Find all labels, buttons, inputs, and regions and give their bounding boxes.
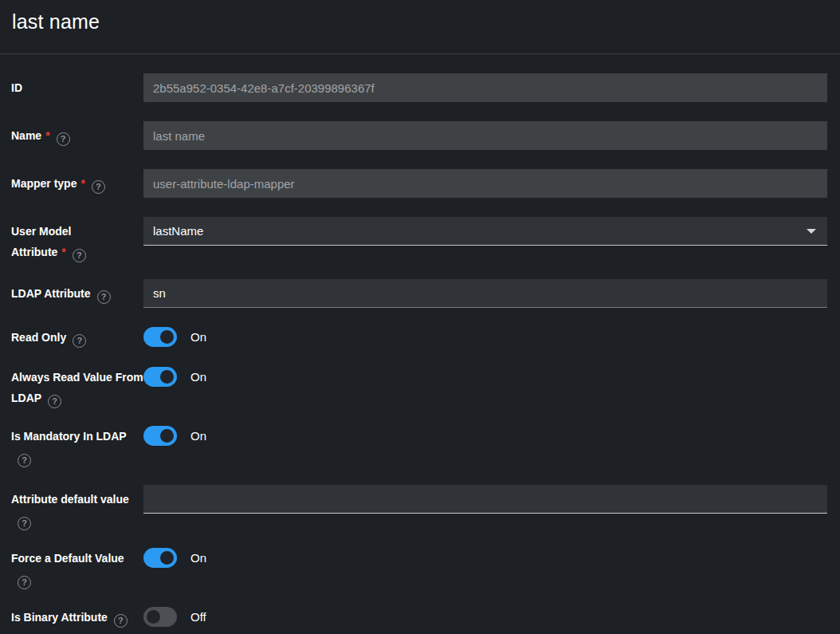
required-indicator: * (80, 177, 84, 190)
field-label: LDAP Attribute (11, 287, 91, 300)
field-label-group: Always Read Value From LDAP? (11, 367, 143, 408)
field-label-group: Force a Default Value? (11, 548, 143, 589)
field-label: ID (11, 81, 22, 94)
switch-state-label: On (190, 548, 206, 568)
page-header: last name (0, 0, 840, 54)
field-label: Force a Default Value (11, 552, 124, 565)
field-label: Attribute default value (11, 493, 129, 506)
field-row-is-binary-attribute: Is Binary Attribute? Off (11, 607, 827, 628)
switch-knob (160, 551, 174, 565)
field-label: Mapper type (11, 177, 77, 190)
caret-down-icon (807, 229, 816, 234)
field-label-group: User Model Attribute*? (11, 217, 143, 262)
field-label: Read Only (11, 331, 66, 344)
field-label-group: Is Binary Attribute? (11, 607, 143, 628)
help-icon[interactable]: ? (97, 290, 111, 304)
force-a-default-value-switch[interactable] (143, 548, 177, 568)
field-row-always-read-value-from-ldap: Always Read Value From LDAP? On (11, 367, 827, 408)
field-label: Is Binary Attribute (11, 611, 108, 624)
is-binary-attribute-switch[interactable] (143, 607, 177, 627)
field-label-group: LDAP Attribute? (11, 279, 143, 304)
help-icon[interactable]: ? (18, 454, 31, 467)
name-input (143, 121, 827, 150)
switch-state-label: On (190, 367, 206, 387)
switch-state-label: On (190, 327, 206, 347)
help-icon[interactable]: ? (48, 395, 61, 408)
field-label-group: Is Mandatory In LDAP? (11, 426, 143, 467)
field-label: Always Read Value From LDAP (11, 371, 143, 404)
user-model-attribute-select[interactable]: lastName (143, 217, 827, 246)
required-indicator: * (61, 246, 65, 258)
help-icon[interactable]: ? (73, 334, 86, 348)
help-icon[interactable]: ? (57, 132, 70, 146)
switch-state-label: Off (190, 607, 206, 627)
help-icon[interactable]: ? (114, 614, 128, 628)
switch-knob (160, 330, 174, 344)
help-icon[interactable]: ? (73, 249, 86, 262)
field-row-mapper-type: Mapper type*? (11, 169, 827, 198)
field-row-user-model-attribute: User Model Attribute*? lastName (11, 217, 827, 262)
page-title: last name (12, 10, 827, 33)
always-read-value-from-ldap-switch[interactable] (143, 367, 177, 387)
required-indicator: * (45, 129, 49, 142)
mapper-settings-form: ID Name*? Mapper type*? (0, 54, 840, 634)
is-mandatory-in-ldap-switch[interactable] (143, 426, 177, 446)
switch-state-label: On (190, 426, 206, 446)
field-row-ldap-attribute: LDAP Attribute? (11, 279, 827, 308)
help-icon[interactable]: ? (18, 517, 31, 530)
field-row-read-only: Read Only? On (11, 327, 827, 348)
field-label-group: Read Only? (11, 327, 143, 348)
select-value: lastName (153, 224, 203, 238)
field-label-group: Mapper type*? (11, 169, 143, 194)
field-label-group: ID (11, 73, 143, 98)
field-label: Name (11, 129, 41, 142)
id-input (143, 73, 827, 102)
help-icon[interactable]: ? (92, 180, 105, 194)
field-row-id: ID (11, 73, 827, 102)
ldap-mapper-details-page: last name ID Name*? Mapper type*? (0, 0, 840, 634)
help-icon[interactable]: ? (18, 576, 31, 589)
read-only-switch[interactable] (143, 327, 177, 347)
field-row-force-a-default-value: Force a Default Value? On (11, 548, 827, 589)
switch-knob (160, 370, 174, 384)
field-label-group: Name*? (11, 121, 143, 146)
switch-knob (160, 429, 174, 443)
field-row-attribute-default-value: Attribute default value? (11, 485, 827, 530)
ldap-attribute-input[interactable] (143, 279, 827, 308)
switch-knob (147, 610, 160, 624)
attribute-default-value-input[interactable] (143, 485, 827, 514)
field-label: Is Mandatory In LDAP (11, 430, 127, 443)
field-row-name: Name*? (11, 121, 827, 150)
field-label-group: Attribute default value? (11, 485, 143, 530)
field-row-is-mandatory-in-ldap: Is Mandatory In LDAP? On (11, 426, 827, 467)
mapper-type-input (143, 169, 827, 198)
